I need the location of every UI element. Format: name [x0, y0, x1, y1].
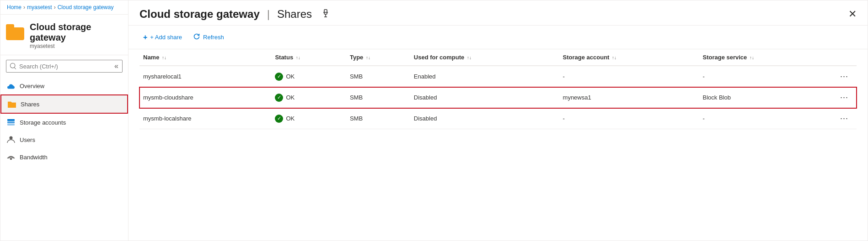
col-name[interactable]: Name ↑↓ — [139, 49, 271, 66]
cell-storage-service: Block Blob — [699, 87, 834, 108]
main-content: Cloud storage gateway | Shares ✕ + + Add… — [129, 0, 868, 241]
sort-icon-type: ↑↓ — [366, 55, 370, 60]
sidebar-item-users[interactable]: Users — [0, 131, 128, 148]
cell-name: mysmb-localshare — [139, 108, 271, 129]
table-header-row: Name ↑↓ Status ↑↓ Type ↑↓ Used for com — [139, 49, 857, 66]
sort-icon-compute: ↑↓ — [467, 55, 472, 60]
breadcrumb-gateway[interactable]: Cloud storage gateway — [58, 4, 114, 10]
add-share-label: + Add share — [150, 34, 182, 41]
sort-icon-storage-account: ↑↓ — [612, 55, 616, 60]
pin-button[interactable] — [321, 9, 330, 20]
sidebar-header: Cloud storage gateway myasetest — [0, 15, 128, 55]
users-icon — [7, 136, 15, 144]
svg-rect-2 — [7, 124, 15, 126]
cell-storage-account: mynewsa1 — [559, 87, 699, 108]
breadcrumb-sep2: › — [54, 4, 56, 10]
cell-type: SMB — [346, 87, 410, 108]
cell-more: ··· — [834, 66, 857, 87]
cell-name: mysmb-cloudshare — [139, 87, 271, 108]
shares-table: Name ↑↓ Status ↑↓ Type ↑↓ Used for com — [139, 49, 857, 129]
status-text: OK — [286, 94, 295, 101]
svg-rect-1 — [7, 121, 15, 123]
cell-storage-account: - — [559, 108, 699, 129]
cell-compute: Disabled — [410, 108, 559, 129]
cell-type: SMB — [346, 108, 410, 129]
bandwidth-icon — [7, 153, 15, 161]
more-button[interactable]: ··· — [837, 92, 851, 103]
page-title: Cloud storage gateway — [139, 8, 260, 21]
collapse-button[interactable]: « — [114, 63, 118, 70]
table-row[interactable]: mysmb-cloudshare ✓ OK SMB Disabled mynew… — [139, 87, 857, 108]
more-button[interactable]: ··· — [837, 71, 851, 82]
svg-rect-5 — [324, 10, 327, 14]
table-row[interactable]: mysharelocal1 ✓ OK SMB Enabled - - ··· — [139, 66, 857, 87]
status-check-icon: ✓ — [275, 94, 283, 102]
sidebar-item-shares[interactable]: Shares — [0, 94, 128, 114]
table-area: Name ↑↓ Status ↑↓ Type ↑↓ Used for com — [129, 49, 868, 241]
col-status[interactable]: Status ↑↓ — [271, 49, 346, 66]
add-share-button[interactable]: + + Add share — [139, 31, 186, 44]
svg-point-3 — [10, 136, 13, 140]
app-subtitle: myasetest — [30, 43, 123, 49]
title-separator: | — [267, 8, 270, 21]
shares-folder-icon — [8, 100, 16, 108]
more-button[interactable]: ··· — [837, 113, 851, 124]
cell-storage-service: - — [699, 108, 834, 129]
refresh-label: Refresh — [203, 34, 224, 41]
cell-compute: Disabled — [410, 87, 559, 108]
cell-status: ✓ OK — [271, 108, 346, 129]
sidebar-label-storage-accounts: Storage accounts — [20, 119, 66, 126]
col-actions — [834, 49, 857, 66]
title-row: Cloud storage gateway | Shares — [139, 8, 330, 21]
sort-icon-status: ↑↓ — [296, 55, 300, 60]
search-input[interactable] — [19, 63, 112, 70]
storage-icon — [7, 118, 15, 126]
breadcrumb-home[interactable]: Home — [7, 4, 21, 10]
cell-type: SMB — [346, 66, 410, 87]
svg-rect-0 — [7, 119, 15, 121]
breadcrumb-sep1: › — [23, 4, 25, 10]
sidebar-label-shares: Shares — [21, 101, 39, 108]
toolbar: + + Add share Refresh — [129, 26, 868, 49]
table-row[interactable]: mysmb-localshare ✓ OK SMB Disabled - - ·… — [139, 108, 857, 129]
sidebar: Home › myasetest › Cloud storage gateway… — [0, 0, 129, 241]
sidebar-item-storage-accounts[interactable]: Storage accounts — [0, 114, 128, 131]
folder-icon — [6, 27, 24, 44]
sort-icon-storage-service: ↑↓ — [750, 55, 754, 60]
cell-status: ✓ OK — [271, 87, 346, 108]
cell-storage-account: - — [559, 66, 699, 87]
refresh-button[interactable]: Refresh — [189, 30, 228, 44]
status-check-icon: ✓ — [275, 115, 283, 123]
cell-status: ✓ OK — [271, 66, 346, 87]
cell-name: mysharelocal1 — [139, 66, 271, 87]
app-title: Cloud storage gateway — [30, 22, 123, 43]
breadcrumb-myasetest[interactable]: myasetest — [27, 4, 52, 10]
nav-items: Overview Shares — [0, 77, 128, 166]
col-storage-service[interactable]: Storage service ↑↓ — [699, 49, 834, 66]
search-icon — [10, 63, 16, 69]
status-text: OK — [286, 73, 295, 80]
cell-more: ··· — [834, 108, 857, 129]
col-type[interactable]: Type ↑↓ — [346, 49, 410, 66]
cell-storage-service: - — [699, 66, 834, 87]
breadcrumb: Home › myasetest › Cloud storage gateway — [0, 0, 128, 15]
status-text: OK — [286, 115, 295, 122]
plus-icon: + — [143, 33, 147, 42]
sidebar-label-overview: Overview — [20, 83, 44, 89]
section-title: Shares — [277, 8, 312, 21]
refresh-icon — [193, 33, 200, 42]
col-compute[interactable]: Used for compute ↑↓ — [410, 49, 559, 66]
cell-compute: Enabled — [410, 66, 559, 87]
svg-point-4 — [11, 158, 12, 160]
main-header: Cloud storage gateway | Shares ✕ — [129, 0, 868, 26]
cell-more: ··· — [834, 87, 857, 108]
sidebar-item-bandwidth[interactable]: Bandwidth — [0, 148, 128, 166]
sidebar-item-overview[interactable]: Overview — [0, 77, 128, 94]
sort-icon-name: ↑↓ — [162, 55, 166, 60]
header-text: Cloud storage gateway myasetest — [30, 22, 123, 49]
sidebar-label-bandwidth: Bandwidth — [20, 154, 48, 161]
sidebar-label-users: Users — [20, 136, 35, 143]
close-button[interactable]: ✕ — [848, 8, 857, 20]
status-check-icon: ✓ — [275, 73, 283, 81]
col-storage-account[interactable]: Storage account ↑↓ — [559, 49, 699, 66]
